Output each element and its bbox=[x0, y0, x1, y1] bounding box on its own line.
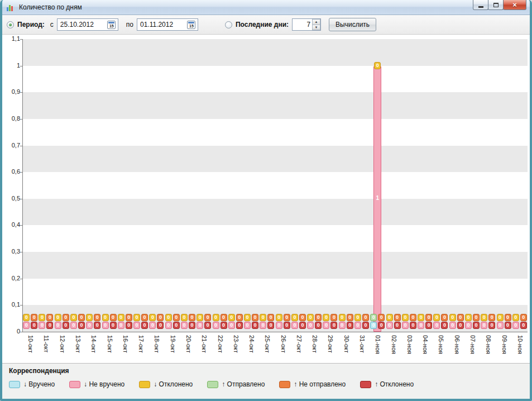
maximize-button[interactable] bbox=[488, 0, 504, 10]
value-label-rejected-out: 0 bbox=[457, 322, 464, 329]
date-to-calendar-button[interactable]: 15 bbox=[186, 20, 196, 30]
last-days-input[interactable] bbox=[293, 19, 312, 30]
close-icon: × bbox=[512, 1, 517, 8]
y-axis-line bbox=[22, 39, 23, 332]
legend-item-rejected-in: ↓ Отклонено bbox=[139, 380, 193, 388]
value-label-rejected-in: 0 bbox=[244, 314, 251, 321]
value-label-not-sent: 0 bbox=[330, 314, 337, 321]
value-label-not-sent: 0 bbox=[284, 314, 290, 321]
x-axis-label: 10-ноя bbox=[515, 335, 524, 354]
x-axis-label: 16-окт bbox=[121, 335, 129, 353]
titlebar: Количество по дням × bbox=[2, 0, 530, 15]
x-axis-label: 15-окт bbox=[105, 335, 113, 353]
value-label-rejected-in: 0 bbox=[39, 314, 45, 321]
spin-down-button[interactable]: ▼ bbox=[312, 25, 320, 31]
value-label-rejected-out: 0 bbox=[284, 322, 290, 329]
value-label-rejected-in: 0 bbox=[386, 314, 393, 321]
value-label-rejected-out: 0 bbox=[441, 322, 448, 329]
value-label-not-sent: 0 bbox=[46, 314, 53, 321]
minimize-button[interactable] bbox=[473, 0, 488, 10]
chart-band bbox=[22, 279, 528, 305]
chart-band bbox=[22, 252, 528, 279]
value-label-not-sent: 0 bbox=[315, 314, 322, 321]
value-label-not-sent: 0 bbox=[267, 314, 274, 321]
value-label-rejected-out: 0 bbox=[110, 322, 117, 329]
legend-item-sent: ↑ Отправлено bbox=[207, 380, 265, 388]
last-days-field: ▲ ▼ bbox=[292, 18, 321, 31]
value-label-not-delivered: 0 bbox=[70, 322, 77, 329]
value-label-not-delivered: 0 bbox=[196, 322, 203, 329]
date-to-input[interactable] bbox=[137, 21, 186, 28]
value-label-not-sent: 0 bbox=[457, 314, 464, 321]
x-axis-label: 30-окт bbox=[342, 335, 350, 353]
x-axis-label: 29-окт bbox=[325, 335, 334, 353]
last-days-radio[interactable] bbox=[225, 21, 232, 28]
legend-item-not-sent: ↑ Не отправлено bbox=[279, 380, 346, 388]
legend: Корреспонденция ↓ Вручено↓ Не вручено↓ О… bbox=[2, 363, 530, 400]
value-label-rejected-out: 0 bbox=[252, 322, 258, 329]
value-label-not-delivered: 0 bbox=[118, 322, 124, 329]
spin-up-button[interactable]: ▲ bbox=[312, 19, 320, 25]
value-label-not-delivered: 0 bbox=[465, 322, 472, 329]
value-label-not-sent: 0 bbox=[441, 314, 448, 321]
value-label-rejected-out: 0 bbox=[378, 322, 385, 329]
value-label-rejected-in: 0 bbox=[196, 314, 203, 321]
calendar-icon-day: 15 bbox=[108, 24, 115, 28]
value-label-not-delivered: 0 bbox=[276, 322, 282, 329]
chart-plot: 00,10,20,30,40,50,60,70,80,911,110-окт00… bbox=[2, 35, 530, 363]
value-label-not-sent: 0 bbox=[252, 314, 258, 321]
value-label-delivered: 0 bbox=[370, 322, 377, 329]
x-axis-label: 13-окт bbox=[73, 335, 82, 353]
value-label-not-sent: 0 bbox=[78, 314, 85, 321]
value-label-rejected-out: 0 bbox=[520, 322, 527, 329]
x-axis-label: 14-окт bbox=[89, 335, 97, 353]
value-label-not-delivered: 0 bbox=[228, 322, 235, 329]
chart-band bbox=[22, 66, 528, 93]
value-label-not-delivered: 0 bbox=[339, 322, 346, 329]
value-label-rejected-in: 0 bbox=[402, 314, 409, 321]
date-from-calendar-button[interactable]: 15 bbox=[107, 20, 117, 30]
value-label-not-delivered: 0 bbox=[102, 322, 109, 329]
value-label-not-sent: 0 bbox=[173, 314, 180, 321]
close-button[interactable]: × bbox=[503, 0, 526, 10]
value-label-rejected-in: 0 bbox=[374, 62, 381, 69]
value-label-rejected-in: 0 bbox=[260, 314, 266, 321]
legend-label: ↑ Не отправлено bbox=[294, 380, 346, 388]
legend-swatch-not-delivered bbox=[69, 381, 80, 388]
value-label-not-sent: 0 bbox=[299, 314, 306, 321]
value-label-not-sent: 0 bbox=[110, 314, 117, 321]
y-axis-label: 0,4 bbox=[3, 221, 20, 228]
chart-band bbox=[22, 39, 528, 66]
legend-label: ↓ Отклонено bbox=[154, 380, 193, 388]
value-label-not-sent: 0 bbox=[378, 314, 385, 321]
x-axis-label: 05-ноя bbox=[436, 335, 444, 354]
period-radio[interactable] bbox=[7, 21, 14, 28]
value-label-rejected-out: 0 bbox=[267, 322, 274, 329]
date-from-input[interactable] bbox=[57, 21, 107, 28]
value-label-not-delivered: 0 bbox=[418, 322, 424, 329]
x-axis-label: 17-окт bbox=[136, 335, 145, 353]
app-chart-icon bbox=[6, 3, 16, 11]
value-label-not-delivered: 0 bbox=[23, 322, 30, 329]
value-label-not-delivered: 0 bbox=[481, 322, 487, 329]
value-label-not-delivered: 0 bbox=[512, 322, 519, 329]
value-label-rejected-in: 0 bbox=[118, 314, 124, 321]
value-label-not-sent: 0 bbox=[394, 314, 401, 321]
x-axis-label: 24-окт bbox=[247, 335, 255, 353]
legend-item-not-delivered: ↓ Не вручено bbox=[69, 380, 124, 388]
calendar-icon-day: 15 bbox=[188, 24, 195, 28]
value-label-not-sent: 0 bbox=[505, 314, 511, 321]
value-label-not-sent: 0 bbox=[473, 314, 480, 321]
y-axis-label: 0,8 bbox=[3, 115, 20, 122]
legend-title: Корреспонденция bbox=[9, 367, 523, 375]
calculate-button[interactable]: Вычислить bbox=[329, 18, 376, 31]
legend-swatch-rejected-out bbox=[360, 381, 371, 388]
value-label-rejected-out: 0 bbox=[157, 322, 164, 329]
legend-label: ↑ Отправлено bbox=[222, 380, 265, 388]
value-label-not-sent: 0 bbox=[362, 314, 369, 321]
last-days-label: Последние дни: bbox=[236, 21, 289, 28]
value-label-not-delivered: 0 bbox=[213, 322, 219, 329]
x-axis-label: 23-окт bbox=[231, 335, 239, 353]
value-label-rejected-out: 0 bbox=[78, 322, 85, 329]
value-label-rejected-out: 0 bbox=[425, 322, 432, 329]
